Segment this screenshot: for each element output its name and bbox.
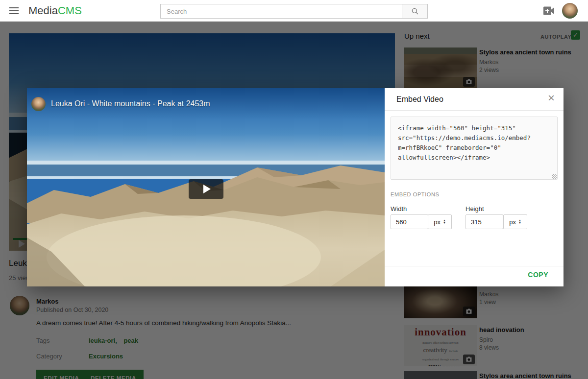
- preview-author-avatar[interactable]: [31, 97, 46, 111]
- height-label: Height: [466, 205, 484, 213]
- embed-options-label: EMBED OPTIONS: [391, 191, 439, 197]
- logo-media-text: Media: [28, 4, 58, 17]
- preview-video-title: Leuka Ori - White mountains - Peak at 24…: [51, 99, 210, 108]
- embed-code-textarea[interactable]: <iframe width="560" height="315" src="ht…: [391, 117, 558, 180]
- copy-button[interactable]: COPY: [528, 271, 548, 279]
- modal-title: Embed Video: [396, 95, 443, 104]
- user-avatar[interactable]: [562, 3, 578, 19]
- embed-options-panel: Embed Video × <iframe width="560" height…: [385, 88, 564, 286]
- search-icon: [411, 7, 419, 16]
- width-label: Width: [391, 205, 407, 213]
- height-unit-value: px: [509, 218, 516, 226]
- logo[interactable]: MediaCMS: [28, 4, 82, 17]
- divider: [385, 110, 564, 111]
- width-unit-select[interactable]: px ▲▼: [428, 214, 452, 229]
- height-input[interactable]: [466, 214, 503, 229]
- embed-preview-player[interactable]: Leuka Ori - White mountains - Peak at 24…: [27, 88, 385, 286]
- top-navbar: MediaCMS: [0, 0, 588, 22]
- height-unit-select[interactable]: px ▲▼: [503, 214, 527, 229]
- width-unit-value: px: [434, 218, 441, 226]
- preview-title-bar: Leuka Ori - White mountains - Peak at 24…: [27, 88, 385, 119]
- stepper-arrows-icon: ▲▼: [518, 219, 521, 224]
- divider: [385, 266, 564, 266]
- upload-video-icon[interactable]: [543, 6, 555, 15]
- play-icon: [203, 185, 211, 193]
- width-input[interactable]: [391, 214, 428, 229]
- play-button[interactable]: [189, 179, 223, 199]
- menu-icon[interactable]: [9, 7, 19, 14]
- close-icon[interactable]: ×: [548, 92, 555, 104]
- search-button[interactable]: [402, 4, 428, 19]
- stepper-arrows-icon: ▲▼: [443, 219, 446, 224]
- logo-cms-text: CMS: [58, 4, 82, 17]
- search-input[interactable]: [160, 4, 402, 19]
- embed-video-modal: Leuka Ori - White mountains - Peak at 24…: [27, 88, 564, 286]
- search-bar: [160, 4, 428, 19]
